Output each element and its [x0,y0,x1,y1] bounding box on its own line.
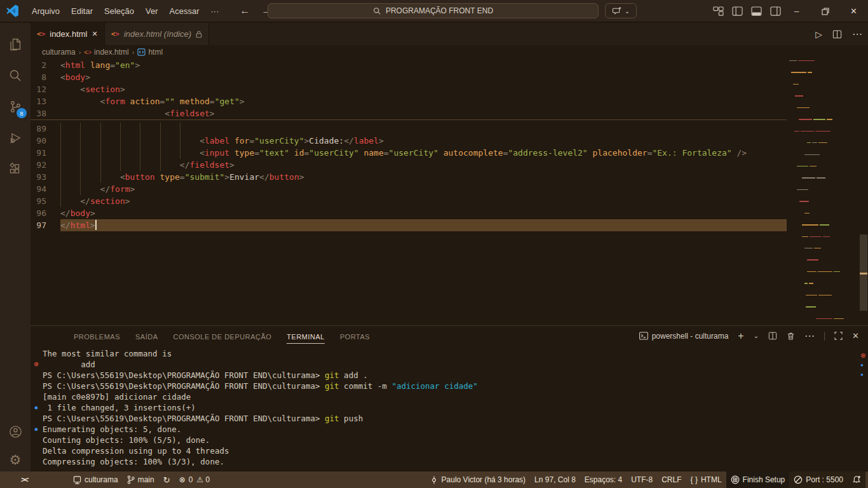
code-line-95[interactable]: 95</section> [31,195,787,207]
command-center-search[interactable]: PROGRAMAÇÃO FRONT END [268,3,599,18]
run-open-preview-icon[interactable]: ▷ [815,29,822,39]
terminal-info-mark: ● [860,360,867,370]
sticky-line-2[interactable]: 2<html lang="en"> [31,59,787,71]
close-tab-icon[interactable]: ✕ [92,30,98,38]
explorer-icon[interactable] [0,32,31,57]
panel-tab-console-de-depura--o[interactable]: CONSOLE DE DEPURAÇÃO [165,329,279,344]
panel-tab-portas[interactable]: PORTAS [332,329,377,344]
setup-icon [731,475,740,484]
account-icon[interactable] [0,419,31,444]
code-line-96[interactable]: 96</body> [31,207,787,219]
code-line-92[interactable]: 92</fieldset> [31,159,787,171]
line-number: 90 [31,135,60,147]
split-terminal-icon[interactable] [768,332,777,340]
terminal-output[interactable]: The most similar command is⊗ addPS C:\Us… [31,348,858,467]
customize-layout-icon[interactable] [713,6,724,16]
minimize-button[interactable]: – [782,0,811,22]
toggle-panel-icon[interactable] [751,6,762,16]
menu-acessar[interactable]: Acessar [164,4,205,18]
code-line-90[interactable]: 90<label for="userCity">Cidade:</label> [31,135,787,147]
menu-editar[interactable]: Editar [65,4,98,18]
sticky-line-13[interactable]: 13<form action="" method="get"> [31,95,787,107]
line-number: 93 [31,171,60,183]
status-label: Paulo Victor (há 3 horas) [442,475,526,484]
status-language-mode[interactable]: { }HTML [686,471,726,488]
breadcrumb-item-html[interactable]: html [137,48,163,57]
code-line-93[interactable]: 93<button type="submit">Enviar</button> [31,171,787,183]
status-indentation[interactable]: Espaços: 4 [580,471,627,488]
status-cursor-position[interactable]: Ln 97, Col 8 [530,471,580,488]
command-info-icon: ● [32,424,41,435]
status-sync[interactable]: ↻ [159,471,175,488]
status-last-commit[interactable]: Paulo Victor (há 3 horas) [425,471,531,488]
code-editor[interactable]: 2<html lang="en">8<body>12<section>13<fo… [31,59,868,325]
toggle-secondary-sidebar-icon[interactable] [770,6,781,16]
code-line-97[interactable]: 97</html> [31,219,787,231]
menu-ver[interactable]: Ver [140,4,164,18]
toggle-sidebar-icon[interactable] [732,6,743,16]
status-notifications[interactable] [848,471,865,488]
terminal-line-10: Compressing objects: 100% (3/3), done. [31,456,858,467]
editor-tab-0[interactable]: <>index.html✕ [31,23,105,45]
terminal-dropdown-icon[interactable]: ⌄ [754,332,759,339]
code-line-91[interactable]: 91<input type="text" id="userCity" name=… [31,147,787,159]
sticky-scroll[interactable]: 2<html lang="en">8<body>12<section>13<fo… [31,59,787,120]
new-terminal-icon[interactable]: + [738,330,743,342]
status-problems[interactable]: ⊗0 ⚠ 0 [175,471,215,488]
line-number: 96 [31,207,60,219]
line-content: <fieldset> [60,107,787,119]
nav-back-icon[interactable]: ← [240,5,250,17]
code-line-94[interactable]: 94</form> [31,183,787,195]
minimap[interactable] [787,60,859,325]
status-git-branch[interactable]: main [123,471,159,488]
copilot-menu-button[interactable]: ⌄ [605,3,637,18]
source-control-icon[interactable]: 8 [0,94,31,119]
close-panel-icon[interactable]: ✕ [852,331,859,341]
menu-seleo[interactable]: Seleção [98,4,140,18]
status-label: Port : 5500 [806,475,843,484]
panel-more-actions-icon[interactable]: ⋯ [804,330,815,342]
close-window-button[interactable]: ✕ [839,0,868,22]
menu-[interactable]: ··· [205,4,225,18]
status-live-server-port[interactable]: Port : 5500 [789,471,848,488]
breadcrumb-item-indexhtml[interactable]: <>index.html [84,48,128,57]
line-content: <input type="text" id="userCity" name="u… [60,147,787,159]
sync-icon: ↻ [163,475,170,485]
status-remote-indicator[interactable]: >< [17,471,32,488]
run-debug-icon[interactable] [0,125,31,151]
vscode-logo-icon [6,4,20,18]
terminal-instance-label[interactable]: powershell - culturama [639,332,729,341]
panel-tab-problemas[interactable]: PROBLEMAS [66,329,128,344]
extensions-icon[interactable] [0,156,31,182]
tab-label: index.html (índice) [124,29,191,39]
status-encoding[interactable]: UTF-8 [627,471,657,488]
breadcrumb-item-culturama[interactable]: culturama [42,48,76,57]
sticky-line-12[interactable]: 12<section> [31,83,787,95]
code-lines[interactable]: 8990<label for="userCity">Cidade:</label… [31,120,787,231]
line-content: </fieldset> [60,159,787,171]
remote-icon: >< [21,475,27,484]
terminal-error-mark: ⊗ [860,351,867,360]
search-view-icon[interactable] [0,63,31,88]
status-repository[interactable]: culturama [69,471,123,488]
panel-tab-terminal[interactable]: TERMINAL [279,329,332,344]
sticky-line-8[interactable]: 8<body> [31,71,787,83]
sticky-line-38[interactable]: 38<fieldset> [31,107,787,119]
split-editor-icon[interactable] [832,30,842,39]
editor-more-actions-icon[interactable]: ⋯ [852,28,863,40]
restore-button[interactable] [811,0,839,22]
menu-arquivo[interactable]: Arquivo [26,4,65,18]
code-line-89[interactable]: 89 [31,123,787,135]
editor-scrollbar[interactable] [859,59,868,325]
editor-tab-1[interactable]: <>index.html (índice) [105,23,209,45]
breadcrumb[interactable]: culturama›<>index.html›html [31,45,868,59]
status-eol[interactable]: CRLF [657,471,686,488]
panel-tab-sa-da[interactable]: SAÍDA [128,329,166,344]
status-finish-setup[interactable]: Finish Setup [726,471,790,488]
settings-gear-icon[interactable]: ⚙ [0,447,31,473]
kill-terminal-icon[interactable] [787,332,795,341]
command-info-icon: ● [32,402,41,413]
status-label: 0 ⚠ 0 [189,475,210,484]
terminal-line-5: ● 1 file changed, 3 insertions(+) [31,402,858,413]
maximize-panel-icon[interactable] [834,332,843,340]
